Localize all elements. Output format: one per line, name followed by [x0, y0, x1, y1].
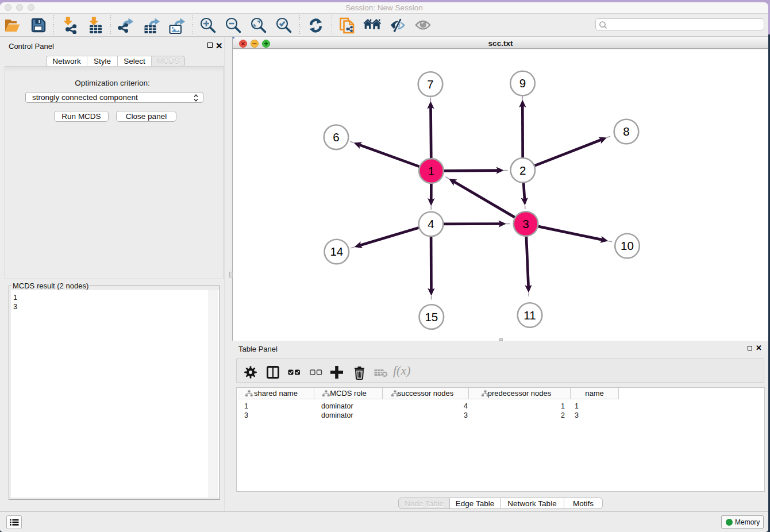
- svg-text:4: 4: [428, 217, 434, 230]
- svg-text:11: 11: [523, 309, 536, 322]
- svg-text:2: 2: [519, 164, 526, 177]
- svg-text:1: 1: [428, 164, 434, 178]
- svg-text:6: 6: [333, 130, 339, 144]
- svg-text:8: 8: [623, 125, 629, 138]
- svg-text:7: 7: [427, 78, 433, 91]
- svg-text:15: 15: [425, 310, 438, 323]
- svg-text:3: 3: [522, 217, 529, 230]
- svg-text:14: 14: [330, 245, 343, 258]
- svg-text:9: 9: [519, 76, 526, 90]
- svg-text:10: 10: [621, 239, 634, 252]
